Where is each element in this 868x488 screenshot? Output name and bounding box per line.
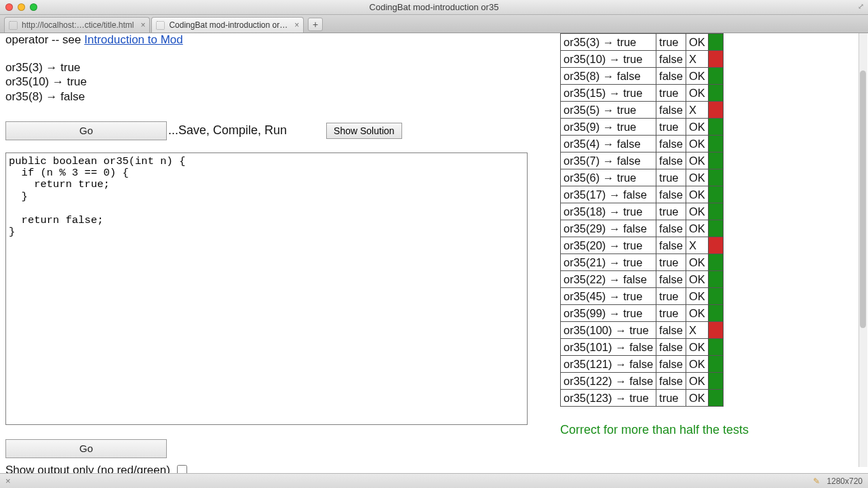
example-item: or35(3) → true — [5, 60, 548, 75]
status-cell: OK — [686, 34, 708, 51]
browser-tab-1[interactable]: http://localhost:…ctice/title.html × — [4, 17, 150, 33]
status-swatch — [708, 136, 723, 152]
table-row: or35(45) → truetrueOK — [561, 288, 724, 305]
problem-description: operator -- see Introduction to Mod — [5, 33, 548, 47]
status-swatch — [708, 356, 723, 373]
status-swatch — [708, 390, 723, 407]
expected-cell: or35(10) → true — [561, 51, 656, 68]
expected-cell: or35(101) → false — [561, 339, 656, 356]
status-cell: OK — [686, 186, 708, 203]
status-cell: OK — [686, 288, 708, 305]
run-cell: false — [656, 373, 686, 390]
table-row: or35(20) → truefalseX — [561, 237, 724, 254]
expand-icon[interactable]: ⤢ — [858, 2, 864, 11]
expected-cell: or35(3) → true — [561, 34, 656, 51]
close-tab-icon[interactable]: × — [294, 20, 299, 30]
table-row: or35(17) → falsefalseOK — [561, 186, 724, 203]
status-swatch — [708, 322, 723, 339]
table-row: or35(4) → falsefalseOK — [561, 136, 724, 152]
run-cell: false — [656, 237, 686, 254]
page-icon — [156, 21, 165, 30]
expected-cell: or35(123) → true — [561, 390, 656, 407]
status-swatch — [708, 119, 723, 136]
run-cell: true — [656, 169, 686, 186]
pencil-icon: ✎ — [813, 476, 820, 486]
page-icon — [9, 21, 18, 30]
run-cell: true — [656, 288, 686, 305]
run-cell: false — [656, 220, 686, 237]
run-cell: false — [656, 271, 686, 288]
go-button-2[interactable]: Go — [5, 439, 167, 458]
status-swatch — [708, 51, 723, 68]
status-cell: X — [686, 322, 708, 339]
table-row: or35(18) → truetrueOK — [561, 203, 724, 220]
go-button[interactable]: Go — [5, 121, 167, 140]
table-row: or35(3) → truetrueOK — [561, 34, 724, 51]
status-swatch — [708, 237, 723, 254]
run-cell: true — [656, 390, 686, 407]
run-cell: true — [656, 254, 686, 271]
example-item: or35(8) → false — [5, 89, 548, 104]
new-tab-button[interactable]: + — [308, 18, 323, 31]
summary-message: Correct for more than half the tests — [560, 423, 749, 437]
status-swatch — [708, 305, 723, 322]
table-row: or35(10) → truefalseX — [561, 51, 724, 68]
show-solution-button[interactable]: Show Solution — [326, 123, 402, 139]
run-cell: false — [656, 186, 686, 203]
status-cell: OK — [686, 390, 708, 407]
statusbar-close-icon[interactable]: × — [5, 476, 11, 486]
run-cell: false — [656, 68, 686, 85]
expected-cell: or35(17) → false — [561, 186, 656, 203]
vertical-scrollbar[interactable] — [859, 33, 867, 467]
table-row: or35(101) → falsefalseOK — [561, 339, 724, 356]
expected-cell: or35(99) → true — [561, 305, 656, 322]
status-swatch — [708, 152, 723, 169]
expected-cell: or35(121) → false — [561, 356, 656, 373]
status-cell: OK — [686, 220, 708, 237]
run-cell: true — [656, 85, 686, 102]
expected-cell: or35(15) → true — [561, 85, 656, 102]
status-cell: X — [686, 102, 708, 119]
scrollbar-thumb[interactable] — [860, 70, 866, 328]
tab-label: CodingBat mod-introduction or… — [169, 20, 288, 30]
status-cell: OK — [686, 373, 708, 390]
expected-cell: or35(9) → true — [561, 119, 656, 136]
browser-tab-2[interactable]: CodingBat mod-introduction or… × — [151, 17, 304, 33]
expected-cell: or35(21) → true — [561, 254, 656, 271]
status-cell: OK — [686, 152, 708, 169]
run-cell: false — [656, 102, 686, 119]
expected-cell: or35(122) → false — [561, 373, 656, 390]
intro-to-mod-link[interactable]: Introduction to Mod — [84, 33, 183, 46]
save-compile-run-label: ...Save, Compile, Run — [168, 123, 287, 138]
table-row: or35(7) → falsefalseOK — [561, 152, 724, 169]
table-row: or35(122) → falsefalseOK — [561, 373, 724, 390]
status-cell: OK — [686, 339, 708, 356]
expected-cell: or35(6) → true — [561, 169, 656, 186]
expected-cell: or35(18) → true — [561, 203, 656, 220]
expected-cell: or35(7) → false — [561, 152, 656, 169]
description-text: operator -- see — [5, 33, 84, 46]
status-swatch — [708, 220, 723, 237]
expected-cell: or35(45) → true — [561, 288, 656, 305]
run-cell: false — [656, 136, 686, 152]
status-swatch — [708, 85, 723, 102]
dimensions-label: 868x488 — [827, 476, 863, 486]
expected-cell: or35(5) → true — [561, 102, 656, 119]
expected-cell: or35(8) → false — [561, 68, 656, 85]
results-table: or35(3) → truetrueOKor35(10) → truefalse… — [560, 33, 724, 407]
tab-label: http://localhost:…ctice/title.html — [22, 20, 134, 30]
status-bar: × ✎ 868x488 — [0, 473, 868, 488]
run-cell: false — [656, 356, 686, 373]
status-cell: X — [686, 51, 708, 68]
status-cell: OK — [686, 203, 708, 220]
run-cell: true — [656, 34, 686, 51]
close-tab-icon[interactable]: × — [140, 20, 145, 30]
status-swatch — [708, 203, 723, 220]
expected-cell: or35(100) → true — [561, 322, 656, 339]
status-cell: OK — [686, 119, 708, 136]
browser-tabstrip: http://localhost:…ctice/title.html × Cod… — [0, 15, 868, 33]
code-editor[interactable] — [5, 152, 528, 425]
status-swatch — [708, 102, 723, 119]
table-row: or35(8) → falsefalseOK — [561, 68, 724, 85]
table-row: or35(9) → truetrueOK — [561, 119, 724, 136]
